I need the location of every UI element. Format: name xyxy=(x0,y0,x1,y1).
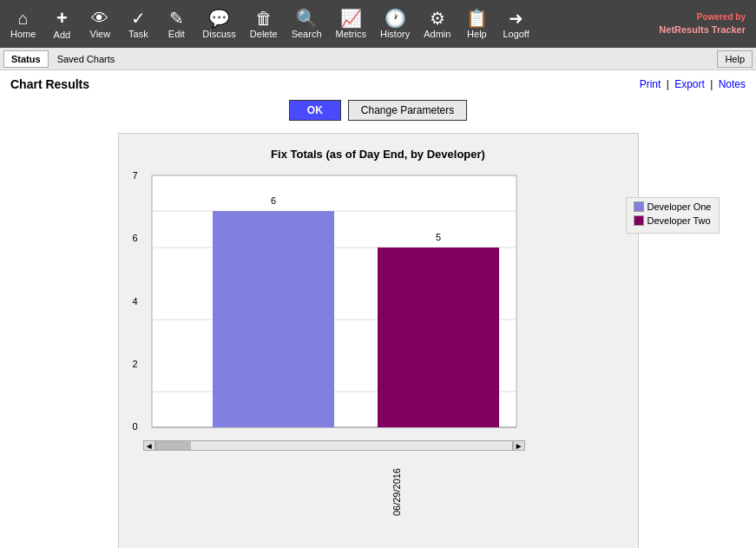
legend-label-two: Developer Two xyxy=(648,215,711,226)
svg-text:5: 5 xyxy=(436,232,441,242)
nav-edit[interactable]: ✎ Edit xyxy=(157,6,195,43)
scroll-thumb xyxy=(156,441,191,450)
nav-help-label: Help xyxy=(467,29,487,39)
admin-icon: ⚙ xyxy=(430,10,445,27)
help-button[interactable]: Help xyxy=(717,50,753,68)
page-header: Chart Results Print | Export | Notes xyxy=(10,77,746,91)
separator2: | xyxy=(710,78,713,90)
scroll-track[interactable] xyxy=(155,440,513,451)
bar-developer-one xyxy=(213,211,334,427)
y-axis: 7 6 4 2 0 xyxy=(133,171,143,432)
nav-delete-label: Delete xyxy=(250,29,278,39)
separator1: | xyxy=(667,78,669,90)
nav-add-label: Add xyxy=(54,30,71,40)
nav-task[interactable]: ✓ Task xyxy=(119,6,157,43)
nav-delete[interactable]: 🗑 Delete xyxy=(243,6,285,43)
chart-title: Fix Totals (as of Day End, by Developer) xyxy=(133,148,624,161)
main-content: Chart Results Print | Export | Notes OK … xyxy=(0,70,756,548)
bar-developer-two xyxy=(378,248,499,427)
edit-icon: ✎ xyxy=(169,10,184,27)
view-icon: 👁 xyxy=(91,10,108,27)
change-parameters-button[interactable]: Change Parameters xyxy=(348,100,467,121)
chart-container: Fix Totals (as of Day End, by Developer)… xyxy=(118,133,639,548)
nav-search-label: Search xyxy=(292,29,322,39)
header-links: Print | Export | Notes xyxy=(640,78,746,90)
notes-link[interactable]: Notes xyxy=(719,78,746,90)
chart-svg: 6 5 xyxy=(143,171,525,440)
nav-view-label: View xyxy=(90,29,111,39)
help-icon: 📋 xyxy=(466,10,488,27)
svg-text:6: 6 xyxy=(271,195,276,206)
powered-by: Powered by NetResults Tracker xyxy=(659,11,753,36)
y-label-4: 4 xyxy=(133,297,138,307)
nav-logoff-label: Logoff xyxy=(503,29,529,39)
nav-discuss[interactable]: 💬 Discuss xyxy=(195,6,243,43)
task-icon: ✓ xyxy=(131,10,146,27)
history-icon: 🕐 xyxy=(385,10,406,27)
metrics-icon: 📈 xyxy=(340,10,362,27)
nav-view[interactable]: 👁 View xyxy=(81,6,119,43)
secondbar: Status Saved Charts Help xyxy=(0,48,756,70)
y-label-7: 7 xyxy=(133,171,138,181)
nav-logoff[interactable]: ➜ Logoff xyxy=(496,6,536,43)
search-icon: 🔍 xyxy=(296,10,318,27)
nav-add[interactable]: + Add xyxy=(43,5,81,43)
x-axis-label-container: 06/29/2016 xyxy=(156,468,637,518)
scroll-left-arrow[interactable]: ◄ xyxy=(143,440,155,451)
legend-item-one: Developer One xyxy=(634,201,712,212)
print-link[interactable]: Print xyxy=(640,78,661,90)
nav-help[interactable]: 📋 Help xyxy=(457,6,496,43)
export-link[interactable]: Export xyxy=(674,78,705,90)
page-title: Chart Results xyxy=(10,77,89,91)
chart-plot-area: 6 5 ◄ ► 06/29/2016 xyxy=(143,171,624,518)
y-label-0: 0 xyxy=(133,422,138,432)
ok-button[interactable]: OK xyxy=(289,100,341,121)
status-button[interactable]: Status xyxy=(3,50,49,68)
nav-discuss-label: Discuss xyxy=(202,29,236,39)
nav-history-label: History xyxy=(380,29,410,39)
saved-charts-button[interactable]: Saved Charts xyxy=(50,50,122,68)
nav-home-label: Home xyxy=(10,29,36,39)
powered-by-text: Powered by xyxy=(697,12,746,22)
scroll-right-arrow[interactable]: ► xyxy=(513,440,525,451)
nav-metrics-label: Metrics xyxy=(336,29,366,39)
nav-task-label: Task xyxy=(128,29,148,39)
legend-color-two xyxy=(634,215,644,226)
nav-metrics[interactable]: 📈 Metrics xyxy=(329,6,373,43)
discuss-icon: 💬 xyxy=(208,10,230,27)
scrollbar[interactable]: ◄ ► xyxy=(143,440,525,451)
logoff-icon: ➜ xyxy=(509,10,523,27)
add-icon: + xyxy=(56,9,68,28)
x-axis-label: 06/29/2016 xyxy=(391,468,402,516)
y-label-2: 2 xyxy=(133,360,138,369)
home-icon: ⌂ xyxy=(18,10,29,27)
nav-admin[interactable]: ⚙ Admin xyxy=(417,6,457,43)
nav-home[interactable]: ⌂ Home xyxy=(3,6,43,43)
legend-color-one xyxy=(634,201,644,212)
nav-admin-label: Admin xyxy=(424,29,450,39)
nav-search[interactable]: 🔍 Search xyxy=(285,6,329,43)
y-label-6: 6 xyxy=(133,234,138,243)
chart-legend: Developer One Developer Two xyxy=(626,197,720,234)
nav-history[interactable]: 🕐 History xyxy=(373,6,417,43)
legend-label-one: Developer One xyxy=(648,201,712,212)
brand-name: NetResults Tracker xyxy=(659,24,746,35)
legend-item-two: Developer Two xyxy=(634,215,712,226)
buttons-row: OK Change Parameters xyxy=(10,100,746,121)
nav-edit-label: Edit xyxy=(168,29,185,39)
delete-icon: 🗑 xyxy=(255,10,273,27)
navbar: ⌂ Home + Add 👁 View ✓ Task ✎ Edit 💬 Disc… xyxy=(0,0,756,48)
